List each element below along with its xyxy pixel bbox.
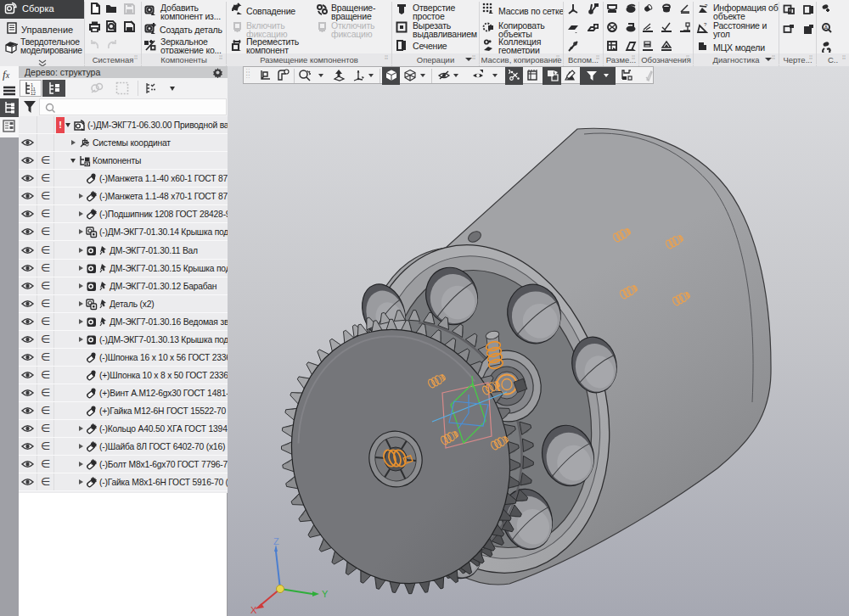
svg-text:X: X: [250, 605, 257, 615]
svg-text:A: A: [824, 25, 829, 31]
svg-text:Y: Y: [322, 589, 329, 599]
svg-text:?: ?: [705, 3, 708, 8]
svg-text:Z: Z: [273, 536, 279, 546]
svg-text:?: ?: [704, 22, 707, 27]
svg-text:12: 12: [31, 91, 36, 96]
